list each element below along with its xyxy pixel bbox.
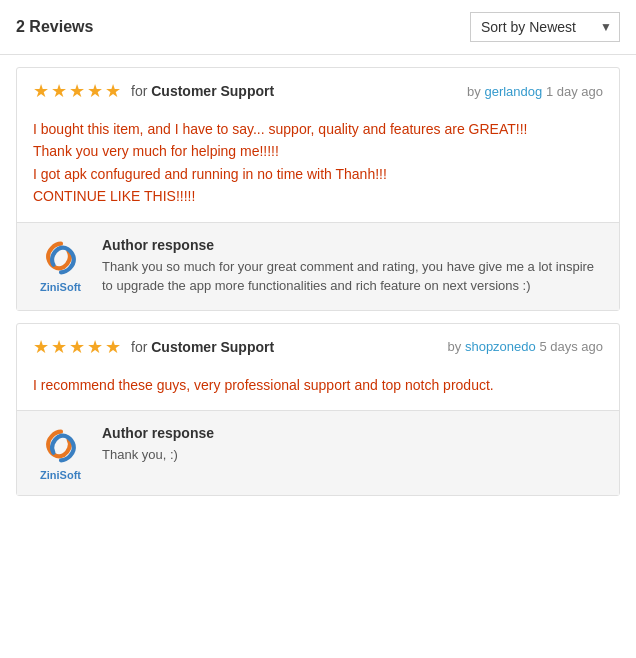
review-card: ★★★★★ for Customer Support by shopzonedo… (16, 323, 620, 496)
author-response: ZiniSoft Author response Thank you, :) (17, 410, 619, 495)
review-meta: by shopzonedo 5 days ago (448, 339, 603, 354)
review-body-line: CONTINUE LIKE THIS!!!!! (33, 185, 603, 207)
sort-wrapper: Sort by NewestSort by OldestSort by Rati… (470, 12, 620, 42)
star-icon: ★ (105, 336, 121, 358)
author-response-title: Author response (102, 425, 603, 441)
zinisoft-logo-text: ZiniSoft (40, 469, 81, 481)
author-response-title: Author response (102, 237, 603, 253)
star-icon: ★ (33, 80, 49, 102)
star-rating: ★★★★★ (33, 80, 121, 102)
review-header: ★★★★★ for Customer Support by shopzonedo… (17, 324, 619, 366)
star-icon: ★ (87, 80, 103, 102)
review-body-line: I got apk confugured and running in no t… (33, 163, 603, 185)
review-card: ★★★★★ for Customer Support by gerlandog … (16, 67, 620, 311)
review-meta: by gerlandog 1 day ago (467, 84, 603, 99)
review-for-label: for Customer Support (131, 83, 274, 99)
zinisoft-logo: ZiniSoft (33, 425, 88, 481)
review-header: ★★★★★ for Customer Support by gerlandog … (17, 68, 619, 110)
review-time: 1 day ago (546, 84, 603, 99)
author-response: ZiniSoft Author response Thank you so mu… (17, 222, 619, 310)
star-icon: ★ (69, 80, 85, 102)
star-icon: ★ (33, 336, 49, 358)
star-icon: ★ (51, 336, 67, 358)
review-author-link[interactable]: shopzonedo (465, 339, 536, 354)
star-rating: ★★★★★ (33, 336, 121, 358)
author-response-text: Thank you so much for your great comment… (102, 257, 603, 296)
reviews-list: ★★★★★ for Customer Support by gerlandog … (0, 67, 636, 496)
review-body-line: Thank you very much for helping me!!!!! (33, 140, 603, 162)
review-body: I recommend these guys, very professiona… (17, 366, 619, 410)
author-response-text: Thank you, :) (102, 445, 603, 465)
review-for-label: for Customer Support (131, 339, 274, 355)
review-body-line: I recommend these guys, very professiona… (33, 374, 603, 396)
star-icon: ★ (69, 336, 85, 358)
star-icon: ★ (87, 336, 103, 358)
zinisoft-logo-text: ZiniSoft (40, 281, 81, 293)
zinisoft-logo: ZiniSoft (33, 237, 88, 293)
review-time: 5 days ago (539, 339, 603, 354)
star-icon: ★ (105, 80, 121, 102)
page-header: 2 Reviews Sort by NewestSort by OldestSo… (0, 0, 636, 55)
review-author-link[interactable]: gerlandog (484, 84, 542, 99)
author-response-content: Author response Thank you, :) (102, 425, 603, 465)
review-category: Customer Support (151, 339, 274, 355)
review-header-left: ★★★★★ for Customer Support (33, 80, 274, 102)
star-icon: ★ (51, 80, 67, 102)
reviews-count: 2 Reviews (16, 18, 93, 36)
review-body-line: I bought this item, and I have to say...… (33, 118, 603, 140)
sort-select[interactable]: Sort by NewestSort by OldestSort by Rati… (470, 12, 620, 42)
review-body: I bought this item, and I have to say...… (17, 110, 619, 222)
author-response-content: Author response Thank you so much for yo… (102, 237, 603, 296)
review-category: Customer Support (151, 83, 274, 99)
review-header-left: ★★★★★ for Customer Support (33, 336, 274, 358)
